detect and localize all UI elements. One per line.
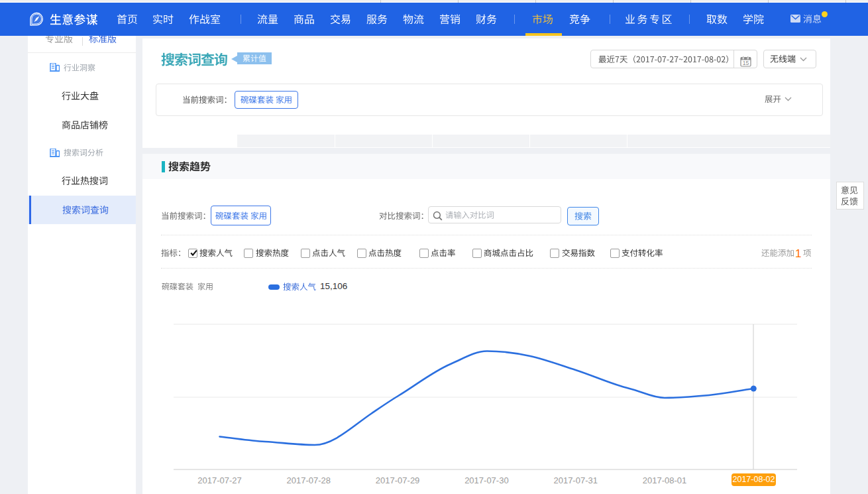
svg-text:15: 15 — [743, 60, 749, 66]
